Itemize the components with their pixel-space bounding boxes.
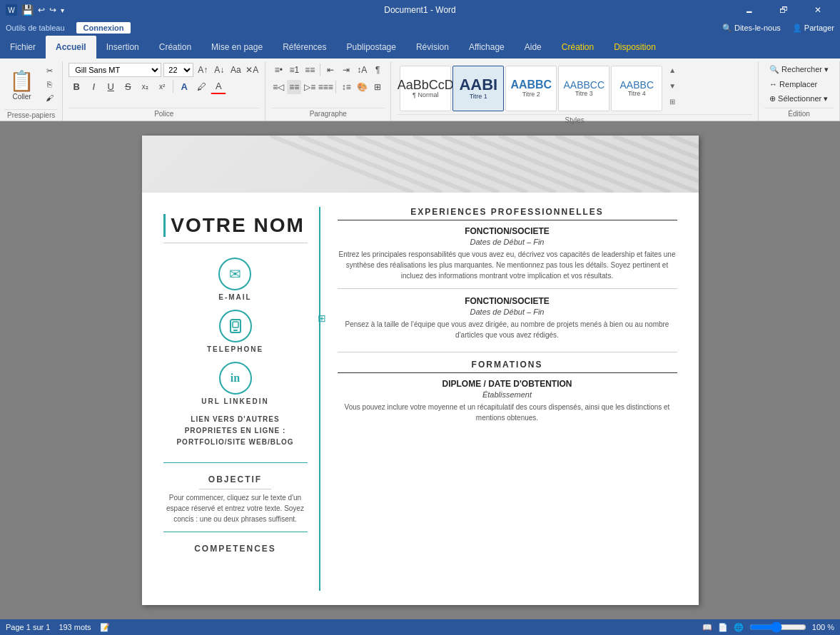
tab-publipostage[interactable]: Publipostage <box>337 36 406 59</box>
styles-scroll-up[interactable]: ▲ <box>667 63 678 77</box>
linkedin-icon[interactable]: in <box>219 362 252 395</box>
decrease-font-button[interactable]: A↓ <box>212 63 226 77</box>
copy-button[interactable]: ⎘ <box>42 78 58 91</box>
name-text[interactable]: VOTRE NOM <box>163 214 308 237</box>
rechercher-button[interactable]: 🔍 Rechercher ▾ <box>764 63 834 76</box>
paste-button[interactable]: 📋 Coller <box>5 64 39 106</box>
partager-button[interactable]: 👤 Partager <box>792 24 834 33</box>
paragraph-label: Paragraphe <box>271 108 385 119</box>
align-left-button[interactable]: ≡◁ <box>271 80 285 94</box>
tab-aide[interactable]: Aide <box>515 36 552 59</box>
view-web-button[interactable]: 🌐 <box>734 623 744 632</box>
connexion-button[interactable]: Connexion <box>76 22 131 34</box>
diplome-title[interactable]: DIPLOME / DATE D'OBTENTION <box>338 379 677 389</box>
view-read-button[interactable]: 📖 <box>702 623 712 632</box>
dites-le-nous[interactable]: 🔍 Dites-le-nous <box>722 24 781 33</box>
quick-access-redo[interactable]: ↪ <box>49 5 56 15</box>
style-titre2[interactable]: AABBC Titre 2 <box>505 66 557 111</box>
edition-group: 🔍 Rechercher ▾ ↔ Remplacer ⊕ Sélectionne… <box>759 61 840 121</box>
case-button[interactable]: Aa <box>228 63 243 77</box>
style-normal[interactable]: AaBbCcD ¶ Normal <box>400 66 451 111</box>
font-color-button[interactable]: A <box>211 78 226 94</box>
show-formatting-button[interactable]: ¶ <box>370 63 385 77</box>
quick-access-undo[interactable]: ↩ <box>38 5 45 15</box>
telephone-icon[interactable] <box>219 310 252 342</box>
increase-indent-button[interactable]: ⇥ <box>339 63 353 77</box>
left-column: VOTRE NOM ✉ E-MAIL <box>163 207 320 591</box>
restore-button[interactable]: 🗗 <box>767 0 800 20</box>
align-center-button[interactable]: ≡≡ <box>287 80 301 94</box>
multilevel-list-button[interactable]: ≡≡ <box>303 63 317 77</box>
subscript-button[interactable]: x₂ <box>137 78 153 94</box>
left-divider-2 <box>163 532 308 532</box>
font-size-select[interactable]: 22 <box>163 63 193 77</box>
job-title-2[interactable]: FONCTION/SOCIETE <box>338 296 677 306</box>
italic-button[interactable]: I <box>86 78 101 94</box>
tab-references[interactable]: Références <box>273 36 336 59</box>
tab-revision[interactable]: Révision <box>406 36 459 59</box>
decrease-indent-button[interactable]: ⇤ <box>323 63 338 77</box>
styles-scroll-down[interactable]: ▼ <box>667 78 678 93</box>
telephone-label[interactable]: TELEPHONE <box>207 345 263 353</box>
highlight-button[interactable]: 🖊 <box>193 78 209 94</box>
name-section: VOTRE NOM <box>163 214 308 249</box>
tab-affichage[interactable]: Affichage <box>459 36 515 59</box>
close-button[interactable]: ✕ <box>801 0 834 20</box>
diplome-etab: Établissement <box>338 390 677 399</box>
format-painter-button[interactable]: 🖌 <box>42 91 58 104</box>
style-titre3[interactable]: AABBCC Titre 3 <box>558 66 609 111</box>
diplome-desc[interactable]: Vous pouvez inclure votre moyenne et un … <box>338 402 677 423</box>
zoom-slider[interactable] <box>749 621 806 633</box>
view-print-button[interactable]: 📄 <box>718 623 728 632</box>
minimize-button[interactable]: 🗕 <box>733 0 766 20</box>
style-titre4[interactable]: AABBC Titre 4 <box>611 66 662 111</box>
strikethrough-button[interactable]: S <box>120 78 136 94</box>
styles-more[interactable]: ⊞ <box>667 94 678 108</box>
tools-bar: Outils de tableau Connexion 🔍 Dites-le-n… <box>0 20 840 36</box>
tab-insertion[interactable]: Insertion <box>96 36 149 59</box>
email-icon[interactable]: ✉ <box>218 258 251 290</box>
sort-button[interactable]: ↕A <box>355 63 369 77</box>
numbering-button[interactable]: ≡1 <box>287 63 301 77</box>
link-item[interactable]: LIEN VERS D'AUTRESPROPRIETES EN LIGNE :P… <box>176 414 293 448</box>
tab-creation2[interactable]: Création <box>552 36 604 59</box>
quick-access-save[interactable]: 💾 <box>21 4 34 16</box>
job-title-1[interactable]: FONCTION/SOCIETE <box>338 226 677 236</box>
job-desc-1[interactable]: Entrez les principales responsabilités q… <box>338 249 677 281</box>
tab-disposition[interactable]: Disposition <box>604 36 666 59</box>
tab-mise-en-page[interactable]: Mise en page <box>201 36 273 59</box>
cut-button[interactable]: ✂ <box>42 64 58 77</box>
font-controls: Gill Sans MT 22 A↑ A↓ Aa ✕A B I U S x₂ <box>69 63 259 94</box>
document-area: ⊞ VOTRE NOM ✉ E-MAIL <box>0 121 840 619</box>
window-controls: 🗕 🗗 ✕ <box>733 0 834 20</box>
linkedin-label[interactable]: URL LINKEDIN <box>201 397 268 405</box>
email-label[interactable]: E-MAIL <box>218 293 251 301</box>
remplacer-button[interactable]: ↔ Remplacer <box>764 78 834 91</box>
shading-button[interactable]: 🎨 <box>355 80 369 94</box>
tab-fichier[interactable]: Fichier <box>0 36 46 59</box>
job-desc-2[interactable]: Pensez à la taille de l'équipe que vous … <box>338 319 677 340</box>
font-name-select[interactable]: Gill Sans MT <box>69 63 161 77</box>
proofing-icon[interactable]: 📝 <box>100 623 110 632</box>
styles-group: AaBbCcD ¶ Normal AABI Titre 1 AABBC Titr… <box>391 61 759 121</box>
text-effect-button[interactable]: A <box>176 78 192 94</box>
quick-access-dropdown[interactable]: ▾ <box>61 6 64 14</box>
superscript-button[interactable]: x² <box>154 78 170 94</box>
tab-accueil[interactable]: Accueil <box>46 36 96 59</box>
bold-button[interactable]: B <box>69 78 84 94</box>
align-right-button[interactable]: ▷≡ <box>303 80 317 94</box>
style-titre1[interactable]: AABI Titre 1 <box>452 66 504 111</box>
style-titre2-label: Titre 2 <box>522 91 540 98</box>
justify-button[interactable]: ≡≡≡ <box>318 80 333 94</box>
clear-format-button[interactable]: ✕A <box>245 63 259 77</box>
bullets-button[interactable]: ≡• <box>271 63 285 77</box>
add-table-button[interactable]: ⊞ <box>318 313 326 324</box>
underline-button[interactable]: U <box>103 78 118 94</box>
objectif-text[interactable]: Pour commencer, cliquez sur le texte d'u… <box>163 492 308 524</box>
increase-font-button[interactable]: A↑ <box>196 63 210 77</box>
experiences-section: EXPERIENCES PROFESSIONNELLES FONCTION/SO… <box>338 207 677 340</box>
borders-button[interactable]: ⊞ <box>370 80 385 94</box>
tab-creation1[interactable]: Création <box>149 36 201 59</box>
selectionner-button[interactable]: ⊕ Sélectionner ▾ <box>764 92 834 106</box>
line-spacing-button[interactable]: ↕≡ <box>339 80 353 94</box>
